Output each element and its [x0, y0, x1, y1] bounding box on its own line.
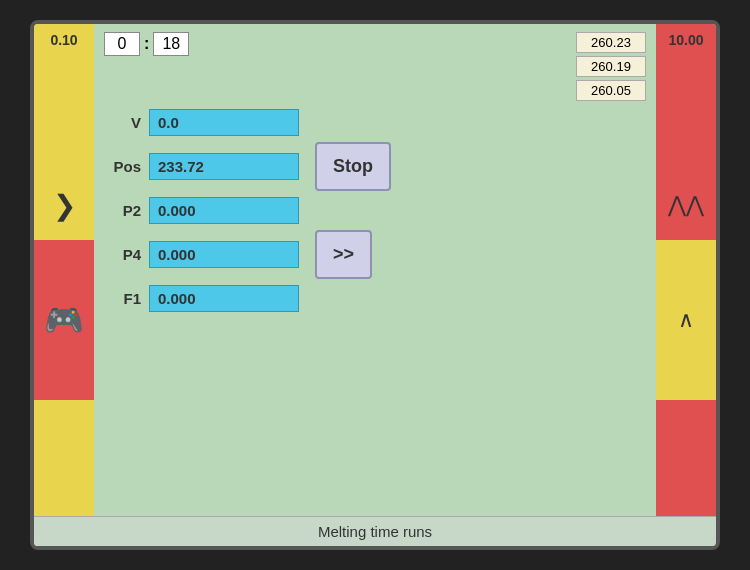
- double-chevron-up-icon: ⋀⋀: [668, 192, 704, 218]
- left-top-value: 0.10: [34, 24, 94, 170]
- chevron-down-icon: ❯: [53, 189, 76, 222]
- label-p2: P2: [104, 202, 149, 219]
- timer-area: 0 : 18: [104, 32, 189, 56]
- left-logo-area: 🎮: [34, 240, 94, 400]
- right-sidebar: 10.00 ⋀⋀ ∧ 0.10: [656, 24, 716, 546]
- field-row-v: V 0.0: [104, 109, 646, 136]
- readings-panel: 260.23 260.19 260.05: [576, 32, 646, 101]
- field-row-p4: P4 0.000 >>: [104, 230, 646, 279]
- timer-separator: :: [144, 35, 149, 53]
- status-message: Melting time runs: [318, 523, 432, 540]
- reading-3: 260.05: [576, 80, 646, 101]
- main-content: 0 : 18 260.23 260.19 260.05 V 0.0 Pos 23…: [94, 24, 656, 546]
- right-top-label: 10.00: [668, 32, 703, 48]
- stop-button[interactable]: Stop: [315, 142, 391, 191]
- label-pos: Pos: [104, 158, 149, 175]
- input-p4[interactable]: 0.000: [149, 241, 299, 268]
- input-p2[interactable]: 0.000: [149, 197, 299, 224]
- input-pos[interactable]: 233.72: [149, 153, 299, 180]
- input-f1[interactable]: 0.000: [149, 285, 299, 312]
- input-v[interactable]: 0.0: [149, 109, 299, 136]
- field-row-pos: Pos 233.72 Stop: [104, 142, 646, 191]
- right-top-value: 10.00: [656, 24, 716, 170]
- timer-minutes[interactable]: 0: [104, 32, 140, 56]
- left-down-arrow[interactable]: ❯: [34, 170, 94, 240]
- label-p4: P4: [104, 246, 149, 263]
- right-up-double-arrow[interactable]: ⋀⋀: [656, 170, 716, 240]
- timer-seconds[interactable]: 18: [153, 32, 189, 56]
- top-bar: 0 : 18 260.23 260.19 260.05: [104, 32, 646, 101]
- label-f1: F1: [104, 290, 149, 307]
- label-v: V: [104, 114, 149, 131]
- field-row-f1: F1 0.000: [104, 285, 646, 312]
- status-bar: Melting time runs: [34, 516, 716, 546]
- stop-button-container: Stop: [315, 142, 391, 191]
- reading-1: 260.23: [576, 32, 646, 53]
- forward-button[interactable]: >>: [315, 230, 372, 279]
- chevron-up-icon: ∧: [678, 307, 694, 333]
- left-sidebar: 0.10 ❯ 🎮 10.00: [34, 24, 94, 546]
- forward-button-container: >>: [315, 230, 372, 279]
- logo-icon: 🎮: [44, 301, 84, 339]
- left-top-label: 0.10: [50, 32, 77, 48]
- reading-2: 260.19: [576, 56, 646, 77]
- field-row-p2: P2 0.000: [104, 197, 646, 224]
- right-up-arrow[interactable]: ∧: [656, 240, 716, 400]
